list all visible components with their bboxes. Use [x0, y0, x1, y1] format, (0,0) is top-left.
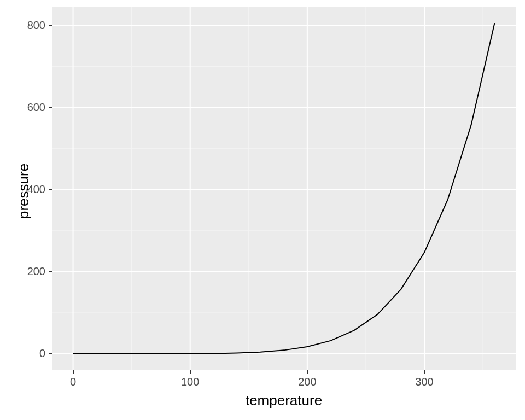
x-tick-label: 300 — [402, 376, 446, 388]
x-tick — [424, 370, 425, 374]
x-tick — [190, 370, 191, 374]
chart-container: 01002003000200400600800 temperature pres… — [0, 0, 525, 420]
y-tick-label: 800 — [13, 19, 45, 32]
y-tick-label: 600 — [13, 101, 45, 114]
x-axis-title: temperature — [240, 392, 328, 409]
x-tick-label: 100 — [168, 376, 212, 388]
x-tick-label: 0 — [51, 376, 95, 388]
x-tick-label: 200 — [285, 376, 329, 388]
y-tick — [49, 271, 52, 272]
y-tick — [49, 25, 52, 26]
y-tick-label: 200 — [13, 265, 45, 278]
y-axis-title: pressure — [15, 163, 32, 218]
data-line — [0, 0, 525, 420]
y-tick — [49, 107, 52, 108]
y-tick — [49, 353, 52, 354]
y-tick — [49, 189, 52, 190]
x-tick — [307, 370, 308, 374]
series-line — [73, 23, 495, 354]
x-tick — [73, 370, 74, 374]
y-tick-label: 0 — [13, 347, 45, 360]
